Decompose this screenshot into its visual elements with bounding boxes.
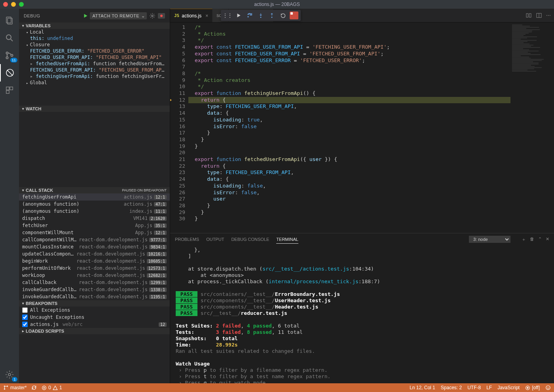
continue-button[interactable] bbox=[233, 11, 244, 20]
start-debug-button[interactable] bbox=[83, 13, 88, 19]
stack-frame[interactable]: fetchUserApp.js35:1 bbox=[19, 222, 170, 229]
line-number[interactable]: 2 bbox=[170, 31, 185, 38]
new-terminal-button[interactable]: ＋ bbox=[522, 237, 526, 242]
settings-icon[interactable]: 1 bbox=[0, 366, 19, 383]
variable-scope[interactable]: ▾Closure bbox=[19, 42, 170, 48]
maximize-panel-button[interactable]: ⌃ bbox=[538, 237, 542, 242]
split-icon[interactable] bbox=[536, 12, 542, 19]
line-number[interactable]: 11 bbox=[170, 90, 185, 97]
terminal-tab[interactable]: TERMINAL bbox=[276, 235, 298, 244]
stack-frame[interactable]: invokeGuardedCallbackreact-dom.developme… bbox=[19, 293, 170, 300]
problems-tab[interactable]: PROBLEMS bbox=[175, 235, 199, 243]
line-number[interactable]: 10 bbox=[170, 83, 185, 90]
line-number[interactable]: 16 bbox=[170, 123, 185, 130]
more-icon[interactable]: ⋯ bbox=[546, 13, 551, 18]
sync-button[interactable] bbox=[31, 385, 37, 390]
line-number[interactable]: 3 bbox=[170, 37, 185, 44]
stack-frame[interactable]: callComponentWillMountreact-dom.developm… bbox=[19, 236, 170, 243]
indent-setting[interactable]: Spaces: 2 bbox=[441, 385, 462, 390]
step-over-button[interactable] bbox=[245, 11, 255, 20]
problems-indicator[interactable]: 0 1 bbox=[42, 385, 62, 390]
watch-header[interactable]: ▾ WATCH bbox=[19, 106, 170, 112]
debug-config-gear-icon[interactable] bbox=[148, 12, 156, 20]
line-number[interactable]: 8 bbox=[170, 70, 185, 77]
variables-header[interactable]: ▾ VARIABLES bbox=[19, 23, 170, 29]
encoding[interactable]: UTF-8 bbox=[467, 385, 481, 390]
close-tab-icon[interactable]: × bbox=[205, 13, 208, 19]
language-mode[interactable]: JavaScript bbox=[497, 385, 520, 390]
line-number[interactable]: 24 bbox=[170, 176, 185, 183]
stack-frame[interactable]: performUnitOfWorkreact-dom.development.j… bbox=[19, 265, 170, 272]
line-number[interactable]: 30 bbox=[170, 216, 185, 222]
debug-toolbar[interactable]: ⋮⋮ bbox=[221, 10, 301, 21]
variable-row[interactable]: ▸ fetchingUserFromApi: function fetching… bbox=[19, 73, 170, 80]
line-number[interactable]: 5 bbox=[170, 51, 185, 57]
breakpoint-checkbox[interactable] bbox=[22, 314, 28, 320]
loaded-scripts-header[interactable]: ▸ LOADED SCRIPTS bbox=[19, 328, 170, 334]
explorer-icon[interactable] bbox=[0, 12, 19, 29]
line-number[interactable]: 6 bbox=[170, 57, 185, 64]
line-number[interactable]: 9 bbox=[170, 77, 185, 84]
breakpoint-row[interactable]: actions.jsweb/src12 bbox=[19, 321, 170, 328]
line-number[interactable]: 18 bbox=[170, 136, 185, 143]
terminal-output[interactable]: }, ] at store.dispatch.then (src/__test_… bbox=[170, 245, 554, 383]
stop-button[interactable] bbox=[289, 11, 299, 20]
variable-row[interactable]: this: undefined bbox=[19, 35, 170, 42]
git-branch[interactable]: master* bbox=[3, 385, 27, 390]
line-number[interactable]: 26 bbox=[170, 189, 185, 196]
line-number[interactable]: 19 bbox=[170, 143, 185, 150]
line-number[interactable]: 23 bbox=[170, 169, 185, 176]
compare-icon[interactable] bbox=[526, 12, 532, 19]
step-out-button[interactable] bbox=[267, 11, 277, 20]
code-editor[interactable]: 1234567891011121314151617181920212223242… bbox=[170, 23, 554, 233]
stack-frame[interactable]: fetchingUserFromApiactions.js12:1 bbox=[19, 193, 170, 201]
line-number[interactable]: 29 bbox=[170, 209, 185, 216]
kill-terminal-button[interactable]: 🗑 bbox=[530, 237, 534, 242]
cursor-position[interactable]: Ln 12, Col 1 bbox=[410, 385, 435, 390]
line-number[interactable]: 4 bbox=[170, 44, 185, 51]
breakpoints-header[interactable]: ▾ BREAKPOINTS bbox=[19, 300, 170, 307]
breakpoint-row[interactable]: All Exceptions bbox=[19, 307, 170, 314]
debug-config-select[interactable]: Attach to Remote bbox=[90, 12, 147, 19]
live-share[interactable]: [off] bbox=[525, 385, 540, 390]
variable-row[interactable]: FETCHED_USER_ERROR: "FETCHED_USER_ERROR" bbox=[19, 48, 170, 54]
step-into-button[interactable] bbox=[256, 11, 266, 20]
editor-tab[interactable]: JSactions.js× bbox=[170, 9, 212, 22]
variable-row[interactable]: FETCHED_USER_FROM_API: "FETCHED_USER_FRO… bbox=[19, 54, 170, 61]
stack-frame[interactable]: dispatchVM1412:1620 bbox=[19, 215, 170, 222]
debug-icon[interactable] bbox=[0, 64, 19, 81]
window-maximize-button[interactable] bbox=[19, 2, 24, 7]
breakpoint-checkbox[interactable] bbox=[22, 307, 28, 313]
line-number[interactable]: 7 bbox=[170, 64, 185, 70]
stack-frame[interactable]: (anonymous function)index.js11:1 bbox=[19, 208, 170, 215]
line-number[interactable]: 1 bbox=[170, 24, 185, 31]
line-number[interactable]: 25 bbox=[170, 183, 185, 189]
code-content[interactable]: /* * Actions */ export const FETCHING_US… bbox=[188, 23, 510, 233]
line-number[interactable]: 17 bbox=[170, 130, 185, 136]
variable-row[interactable]: ▸ fetchedUserFromApi: function fetchedUs… bbox=[19, 61, 170, 67]
variable-row[interactable]: FETCHING_USER_FROM_API: "FETCHING_USER_F… bbox=[19, 67, 170, 73]
stack-frame[interactable]: componentWillMountApp.js12:1 bbox=[19, 229, 170, 236]
line-number[interactable]: 14 bbox=[170, 110, 185, 117]
line-number[interactable]: 15 bbox=[170, 117, 185, 123]
debug-console-icon[interactable] bbox=[158, 13, 165, 19]
line-number[interactable]: 13 bbox=[170, 103, 185, 110]
line-number[interactable]: 21 bbox=[170, 156, 185, 163]
output-tab[interactable]: OUTPUT bbox=[206, 235, 224, 243]
debug-console-tab[interactable]: DEBUG CONSOLE bbox=[231, 235, 269, 243]
stack-frame[interactable]: callCallbackreact-dom.development.js1299… bbox=[19, 279, 170, 286]
restart-button[interactable] bbox=[278, 11, 288, 20]
stack-frame[interactable]: (anonymous function)actions.js47:1 bbox=[19, 201, 170, 208]
line-number[interactable]: 27 bbox=[170, 196, 185, 203]
eol[interactable]: LF bbox=[486, 385, 492, 390]
stack-frame[interactable]: invokeGuardedCallbackDevreact-dom.develo… bbox=[19, 286, 170, 293]
stack-frame[interactable]: beginWorkreact-dom.development.js10605:1 bbox=[19, 258, 170, 265]
breakpoint-checkbox[interactable] bbox=[22, 322, 28, 327]
feedback-icon[interactable] bbox=[545, 385, 551, 390]
stack-frame[interactable]: workLoopreact-dom.development.js12682:1 bbox=[19, 272, 170, 279]
window-minimize-button[interactable] bbox=[11, 2, 16, 7]
debug-toolbar-grip-icon[interactable]: ⋮⋮ bbox=[222, 11, 233, 20]
minimap[interactable] bbox=[510, 23, 554, 233]
source-control-icon[interactable]: 11 bbox=[0, 47, 19, 64]
stack-frame[interactable]: mountClassInstancereact-dom.development.… bbox=[19, 243, 170, 250]
